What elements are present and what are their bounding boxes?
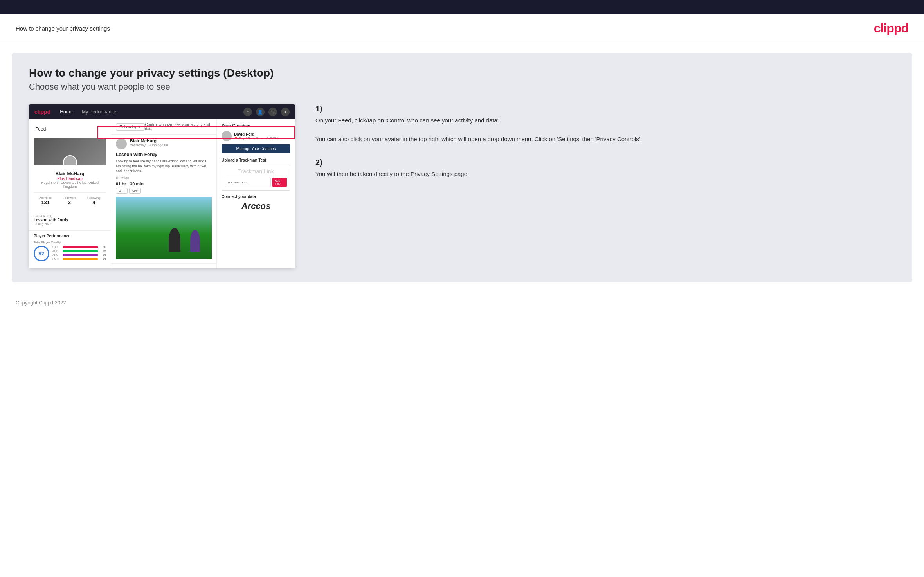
duration-value: 01 hr : 30 min [116,182,212,186]
stat-following-value: 4 [87,200,101,205]
profile-name: Blair McHarg [34,171,106,176]
instructions-column: 1) On your Feed, click/tap on 'Control w… [308,104,895,193]
metric-value: 90 [100,246,106,248]
header: How to change your privacy settings clip… [0,14,924,43]
metric-label: OTT [52,246,61,248]
post-date: Yesterday · Sunningdale [130,143,168,147]
post-avatar [116,138,127,149]
copyright-text: Copyright Clippd 2022 [16,300,66,306]
app-navbar: clippd Home My Performance ⌕ 👤 ⊕ ● [29,104,295,119]
metric-row: PUTT 96 [52,257,106,260]
footer: Copyright Clippd 2022 [0,292,924,313]
avatar-icon: ● [281,108,290,116]
instruction-2: 2) You will then be taken directly to th… [315,158,895,179]
app-sidebar: Feed Blair McHarg Plus Handicap Royal No… [29,119,111,268]
metric-label: PUTT [52,257,61,260]
player-performance-section: Player Performance Total Player Quality … [29,230,111,264]
metric-row: OTT 90 [52,246,106,248]
stat-followers: Followers 3 [63,196,76,205]
post-title: Lesson with Fordy [116,152,212,157]
manage-coaches-button[interactable]: Manage Your Coaches [222,144,290,153]
add-link-button[interactable]: Add Link [272,178,287,187]
coach-info: David Ford 📍 Royal North Devon Golf Club [234,132,279,140]
post-badges: OTT APP [116,188,212,194]
profile-handicap: Plus Handicap [34,176,106,181]
trackman-box: Trackman Link Add Link [222,165,290,191]
page-subheading: Choose what you want people to see [29,82,895,92]
location-icon: 📍 [234,137,238,140]
arccos-label: Arccos [222,201,290,211]
app-mockup-wrapper: clippd Home My Performance ⌕ 👤 ⊕ ● Feed [29,104,295,268]
chevron-down-icon: ▾ [139,124,141,129]
metric-bar [63,246,98,248]
instruction-2-text: You will then be taken directly to the P… [315,169,895,179]
metric-row: APP 85 [52,250,106,252]
instruction-2-number: 2) [315,158,895,167]
badge-app: APP [129,188,141,194]
clippd-logo: clippd [874,21,908,36]
coach-club: 📍 Royal North Devon Golf Club [234,137,279,140]
trackman-placeholder-text: Trackman Link [225,168,287,174]
latest-activity-name: Lesson with Fordy [34,218,106,222]
tpq-content: 92 OTT 90 APP 85 ARG 86 PUTT 96 [34,246,106,261]
stat-following-label: Following [87,196,101,200]
app-nav-home: Home [60,109,72,115]
app-logo-icon: clippd [34,109,50,115]
app-feed: Following ▾ Control who can see your act… [111,119,217,268]
coach-item: David Ford 📍 Royal North Devon Golf Club [222,131,290,141]
control-privacy-link[interactable]: Control who can see your activity and da… [145,122,212,131]
instruction-1-text: On your Feed, click/tap on 'Control who … [315,116,895,144]
stat-following: Following 4 [87,196,101,205]
metric-value: 86 [100,253,106,256]
trackman-title: Upload a Trackman Test [222,158,290,162]
metric-bar [63,258,98,260]
profile-club: Royal North Devon Golf Club, United King… [34,181,106,189]
post-card: Blair McHarg Yesterday · Sunningdale Les… [111,135,216,264]
player-performance-title: Player Performance [34,234,106,238]
page-heading: How to change your privacy settings (Des… [29,67,895,79]
golf-image [116,197,212,259]
latest-activity-label: Latest Activity [34,214,106,218]
top-bar [0,0,924,14]
following-button[interactable]: Following ▾ [116,123,145,131]
following-label: Following [119,124,137,129]
post-user-name: Blair McHarg [130,138,168,143]
badge-ott: OTT [116,188,128,194]
app-nav-icons: ⌕ 👤 ⊕ ● [243,108,290,116]
coaches-title: Your Coaches [222,123,290,128]
profile-banner [34,138,106,165]
stat-activities-label: Activities [39,196,52,200]
metric-value: 85 [100,250,106,252]
metric-label: ARG [52,253,61,256]
add-icon: ⊕ [268,108,277,116]
profile-stats: Activities 131 Followers 3 Following 4 [34,192,106,205]
trackman-link-input[interactable] [225,178,271,187]
search-icon: ⌕ [243,108,252,116]
metric-bar [63,254,98,256]
feed-tab: Feed [29,123,111,135]
stat-activities: Activities 131 [39,196,52,205]
metric-value: 96 [100,257,106,260]
duration-label: Duration [116,176,212,180]
following-bar: Following ▾ Control who can see your act… [111,119,216,135]
stat-followers-label: Followers [63,196,76,200]
golfer-silhouette-2 [190,230,200,252]
app-right-panel: Your Coaches David Ford 📍 Royal North De… [217,119,295,268]
metric-row: ARG 86 [52,253,106,256]
stat-followers-value: 3 [63,200,76,205]
coach-avatar [222,131,232,141]
score-circle: 92 [34,246,49,261]
coach-name: David Ford [234,132,279,137]
golfer-silhouette-1 [169,228,180,252]
app-mockup: clippd Home My Performance ⌕ 👤 ⊕ ● Feed [29,104,295,268]
metric-bar [63,250,98,252]
metrics-list: OTT 90 APP 85 ARG 86 PUTT 96 [52,246,106,261]
profile-avatar [63,155,77,165]
post-header: Blair McHarg Yesterday · Sunningdale [116,138,212,149]
trackman-input-row: Add Link [225,178,287,187]
instruction-1-number: 1) [315,104,895,113]
page-title: How to change your privacy settings [16,25,110,32]
app-body: Feed Blair McHarg Plus Handicap Royal No… [29,119,295,268]
person-icon: 👤 [256,108,265,116]
latest-activity-date: 03 Aug 2022 [34,222,106,226]
